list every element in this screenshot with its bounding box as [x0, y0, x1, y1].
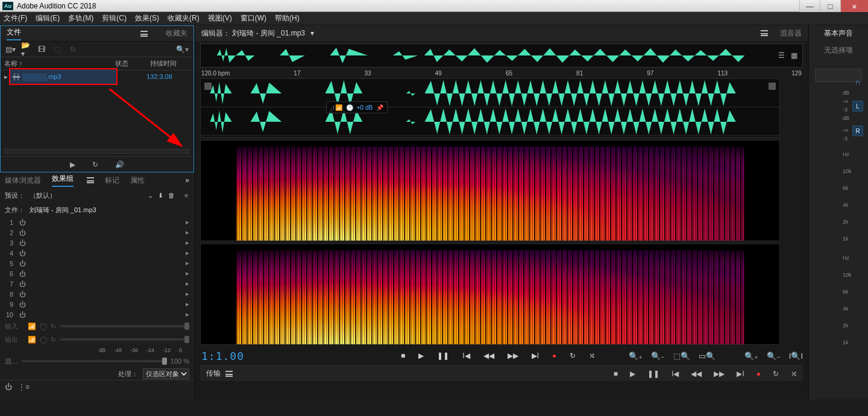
zoom-in-time-button[interactable]: 🔍₊ — [629, 351, 643, 361]
editor-tab[interactable]: 编辑器： 刘瑞琦 - 房间 _01.mp3 — [201, 28, 314, 39]
tp-play-button[interactable]: ▶ — [630, 370, 635, 378]
favorite-icon[interactable]: ★ — [183, 192, 189, 200]
tp-skip-sel-button[interactable]: ⤭ — [791, 370, 797, 378]
slot-menu-icon[interactable] — [186, 259, 189, 267]
file-row[interactable]: ┿┿ ▓▓▓▓▓.mp3 132:3.08 — [1, 71, 193, 83]
power-icon[interactable]: ⏻ — [19, 250, 26, 257]
effect-slot[interactable]: 6⏻ — [0, 268, 194, 279]
panel-menu-icon[interactable] — [761, 30, 768, 36]
tab-markers[interactable]: 标记 — [105, 175, 119, 186]
effect-slot[interactable]: 10⏻ — [0, 309, 194, 320]
forward-button[interactable]: ▶▶ — [508, 351, 518, 360]
overview-waveform[interactable]: ☰ ▦ — [200, 43, 803, 68]
preview-volume-icon[interactable]: 🔊 — [115, 160, 124, 169]
tp-rewind-button[interactable]: ◀◀ — [691, 370, 702, 378]
hud-gain-readout[interactable]: +0 dB — [357, 104, 373, 111]
spectrogram-left[interactable] — [200, 140, 780, 241]
rack-power-icon[interactable]: ⏻ — [5, 383, 12, 391]
menu-window[interactable]: 窗口(W) — [241, 13, 266, 24]
menu-effects[interactable]: 效果(S) — [135, 13, 159, 24]
panel-menu-icon[interactable] — [225, 371, 233, 377]
view-menu-icon[interactable]: ☰ — [778, 51, 785, 60]
power-icon[interactable]: ⏻ — [19, 291, 26, 298]
window-minimize-button[interactable]: — — [799, 0, 820, 12]
power-icon[interactable]: ⏻ — [19, 219, 26, 226]
tab-effects-rack[interactable]: 效果组 — [52, 174, 74, 187]
zoom-fit-button[interactable]: ⬚🔍 — [673, 351, 690, 361]
menu-clip[interactable]: 剪辑(C) — [102, 13, 127, 24]
power-icon[interactable]: ⏻ — [19, 311, 26, 318]
tp-skip-start-button[interactable]: I◀ — [671, 370, 679, 378]
power-icon[interactable]: ⏻ — [19, 239, 26, 247]
slot-menu-icon[interactable] — [186, 290, 189, 298]
record-button[interactable]: ● — [552, 351, 556, 360]
effect-slot[interactable]: 4⏻ — [0, 248, 194, 258]
clip-icon[interactable]: 🎞 — [37, 45, 46, 54]
play-icon[interactable]: ▶ — [70, 160, 75, 169]
waveform-view[interactable]: .⫶📶 🕑 +0 dB 📌 — [200, 78, 780, 137]
output-gain-knob[interactable]: ◯ — [40, 336, 47, 344]
menu-file[interactable]: 文件(F) — [4, 13, 27, 24]
menu-edit[interactable]: 编辑(E) — [36, 13, 60, 24]
tp-record-button[interactable]: ● — [756, 370, 761, 378]
input-gain-knob[interactable]: ◯ — [40, 323, 47, 330]
zoom-in-amp-button[interactable]: 🔍₊ — [744, 351, 758, 361]
panel-menu-icon[interactable] — [140, 31, 148, 37]
slot-menu-icon[interactable] — [186, 228, 189, 236]
spectrogram-right[interactable] — [200, 244, 780, 345]
timecode-display[interactable]: 1:1.00 — [201, 350, 244, 362]
power-icon[interactable]: ⏻ — [19, 280, 26, 288]
right-panel-header[interactable]: 基本声音 — [809, 25, 868, 41]
save-preset-icon[interactable]: ⬇ — [158, 192, 163, 200]
slot-menu-icon[interactable] — [186, 280, 189, 288]
rack-settings-icon[interactable]: ⋮≡ — [18, 383, 30, 391]
slot-menu-icon[interactable] — [186, 269, 189, 277]
tp-skip-end-button[interactable]: ▶I — [737, 370, 744, 378]
zoom-out-time-button[interactable]: 🔍₋ — [651, 351, 665, 361]
time-ruler[interactable]: 120.0 bpm 17 33 49 65 81 97 113 129 — [200, 68, 803, 78]
stop-button[interactable]: ■ — [401, 351, 405, 360]
rewind-button[interactable]: ◀◀ — [483, 351, 494, 360]
slot-menu-icon[interactable] — [186, 218, 189, 226]
tab-favorites[interactable]: 收藏夹 — [166, 28, 187, 39]
menu-help[interactable]: 帮助(H) — [275, 13, 300, 24]
menu-view[interactable]: 视图(V) — [208, 13, 232, 24]
window-maximize-button[interactable]: □ — [820, 0, 840, 12]
channel-box-left-top[interactable] — [204, 83, 212, 90]
power-icon[interactable]: ⏻ — [19, 260, 26, 267]
zoom-out-amp-button[interactable]: 🔍₋ — [767, 351, 781, 361]
tp-stop-button[interactable]: ■ — [614, 370, 618, 378]
tp-loop-button[interactable]: ↻ — [773, 370, 779, 378]
tab-files[interactable]: 文件 — [7, 27, 21, 40]
spectral-toggle-icon[interactable]: ▦ — [791, 51, 797, 60]
panel-menu-icon[interactable] — [87, 177, 94, 183]
power-icon[interactable]: ⏻ — [19, 229, 26, 236]
process-dropdown[interactable]: 仅选区对象 — [143, 368, 189, 379]
zoom-selection-button[interactable]: ▭🔍 — [699, 351, 715, 361]
effect-slot[interactable]: 9⏻ — [0, 299, 194, 309]
slot-menu-icon[interactable] — [186, 310, 189, 318]
expand-icon[interactable] — [4, 73, 8, 81]
more-tabs-icon[interactable]: » — [185, 176, 189, 184]
skip-selection-button[interactable]: ⤭ — [589, 351, 595, 360]
play-button[interactable]: ▶ — [418, 351, 424, 360]
search-icon[interactable]: 🔍▾ — [176, 45, 189, 54]
slot-menu-icon[interactable] — [186, 239, 189, 247]
window-close-button[interactable]: × — [840, 0, 868, 12]
tp-pause-button[interactable]: ❚❚ — [647, 370, 659, 378]
slot-menu-icon[interactable] — [186, 249, 189, 257]
tab-properties[interactable]: 属性 — [130, 175, 145, 186]
mixer-tab[interactable]: 混音器 — [780, 28, 802, 39]
effect-slot[interactable]: 2⏻ — [0, 227, 194, 238]
col-name[interactable]: 名称 ↑ — [4, 59, 107, 68]
new-file-icon[interactable]: ▤▾ — [5, 45, 15, 54]
delete-preset-icon[interactable]: 🗑 — [168, 192, 175, 199]
hud-pin-icon[interactable]: 📌 — [376, 104, 383, 111]
loop-playback-button[interactable]: ↻ — [570, 351, 576, 360]
channel-box-right-top[interactable] — [769, 83, 776, 90]
power-icon[interactable]: ⏻ — [19, 270, 26, 277]
power-icon[interactable]: ⏻ — [19, 301, 26, 308]
effect-slot[interactable]: 1⏻ — [0, 217, 194, 227]
pause-button[interactable]: ❚❚ — [437, 351, 449, 360]
skip-start-button[interactable]: I◀ — [462, 351, 470, 360]
